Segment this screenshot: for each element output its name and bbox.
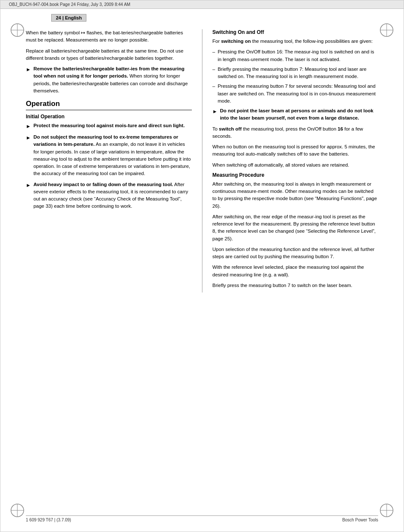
section-title-operation: Operation [26,100,192,108]
footer-left: 1 609 929 T67 | (3.7.09) [26,518,71,522]
initial-op-title: Initial Operation [26,114,192,120]
mp-para5: Briefly press the measuring button 7 to … [213,282,379,289]
bullet-text-2: Protect the measuring tool against mois-… [33,122,192,130]
mp-para1: After switching on, the measuring tool i… [213,181,379,210]
switch-on-bold: switching on [221,39,251,44]
dash-item-3: – Pressing the measuring button 7 for se… [213,83,379,105]
bullet-no-extreme-temps: ► Do not subject the measuring tool to e… [26,134,192,178]
section-divider [26,110,192,110]
left-column: When the battery symbol ↦ flashes, the b… [26,29,192,292]
auto-off-para: When no button on the measuring tool is … [213,143,379,158]
bullet-arrow-laser: ► [213,108,218,122]
file-info: OBJ_BUCH-947-004.book Page 24 Friday, Ju… [9,2,130,7]
bullet-arrow-4: ► [26,181,31,210]
dash-char-3: – [213,83,215,105]
content-area: When the battery symbol ↦ flashes, the b… [0,29,404,318]
footer-right: Bosch Power Tools [342,518,378,522]
page-number-label: 24 | English [56,15,82,20]
bullet-laser-warning: ► Do not point the laser beam at persons… [213,107,379,122]
bullet-protect-moisture: ► Protect the measuring tool against moi… [26,122,192,130]
corner-mark-bl [9,502,26,519]
switch-off-para: To switch off the measuring tool, press … [213,125,379,140]
top-header: OBJ_BUCH-947-004.book Page 24 Friday, Ju… [0,0,404,9]
dash-item-2: – Briefly pressing the measuring button … [213,66,379,81]
page-header-section: 24 | English [26,9,378,25]
mp-para4: With the reference level selected, place… [213,264,379,279]
corner-mark-tr [378,22,395,39]
bullet-text-1: Remove the batteries/rechargeable batter… [33,65,192,95]
switch-on-intro-rest: the measuring tool, the follow-ing possi… [252,39,372,44]
dash-char-2: – [213,66,215,81]
page-outer: OBJ_BUCH-947-004.book Page 24 Friday, Ju… [0,0,404,532]
bullet-remove-batteries: ► Remove the batteries/rechargeable batt… [26,65,192,95]
switching-title: Switching On and Off [213,29,379,35]
bullet-text-3: Do not subject the measuring tool to ex-… [33,134,192,178]
corner-mark-tl [9,22,26,39]
bullet2-strong: Protect the measuring tool against mois-… [33,123,185,128]
column-divider [202,29,202,292]
bullet4-strong: Avoid heavy impact to or falling down of… [33,182,173,187]
corner-mark-br [378,502,395,519]
page-footer: 1 609 929 T67 | (3.7.09) Bosch Power Too… [26,515,378,522]
bullet-text-laser: Do not point the laser beam at persons o… [220,107,378,122]
bullet3-rest: As an example, do not leave it in vehicl… [33,142,191,176]
bullet-text-4: Avoid heavy impact to or falling down of… [33,181,192,210]
battery-para2: Replace all batteries/rechargeable batte… [26,47,192,62]
dash-text-2: Briefly pressing the measuring button 7:… [218,66,378,81]
measuring-proc-title: Measuring Procedure [213,172,379,178]
page-number-bar: 24 | English [51,14,86,22]
mp-para3: Upon selection of the measuring function… [213,246,379,261]
bullet-avoid-impact: ► Avoid heavy impact to or falling down … [26,181,192,210]
bullet-arrow-2: ► [26,123,31,130]
dash-text-1: Pressing the On/Off button 16: The measu… [218,48,378,63]
bullet-warning-strong: Do not point the laser beam at persons o… [220,108,373,120]
switch-off-bold: switch off [219,126,242,131]
mp-para2: After switching on, the rear edge of the… [213,213,379,242]
switch-on-intro: For switching on the measuring tool, the… [213,38,379,45]
right-column: Switching On and Off For switching on th… [213,29,379,292]
retained-para: When switching off automatically, all st… [213,162,379,169]
dash-char-1: – [213,48,215,63]
dash-text-3: Pressing the measuring button 7 for seve… [218,83,378,105]
bullet-arrow-3: ► [26,134,31,178]
dash-item-1: – Pressing the On/Off button 16: The mea… [213,48,379,63]
bullet-arrow-1: ► [26,66,31,95]
battery-para1: When the battery symbol ↦ flashes, the b… [26,29,192,44]
